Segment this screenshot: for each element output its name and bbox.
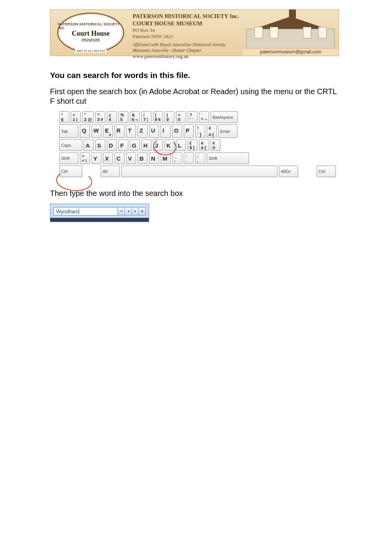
banner-affiliation-2: Museums Australia - Hunter Chapter [133,48,241,53]
key-t: T [126,124,136,138]
key-enter: Enter [218,124,238,138]
key-y: Y [91,153,101,164]
key-b: B [138,153,148,164]
key-e: E€ [103,124,113,138]
key-l: L [176,139,186,151]
acrobat-search-box: Wyndham [50,204,149,222]
key-s: S [95,139,105,151]
key-a: A [84,139,94,151]
key-num-8: (8 ¢ [153,111,163,123]
key-r4x-1: :. [184,153,194,164]
key-u: U [149,124,159,138]
key-r: R [115,124,125,138]
letterhead-banner: PATERSON HISTORICAL SOCIETY INC Court Ho… [50,9,339,56]
key-r4x-2: _- [172,153,182,164]
instruction-paragraph-1: First open the search box (in Adobe Acro… [50,87,342,106]
key-num-3: ^3 # [95,111,105,123]
key-backspace: Backspace [211,111,238,123]
banner-addr-1: PO Box 34 [133,27,241,33]
key-num-4: ç4 [107,111,117,123]
key-q: Q [80,124,90,138]
key-n: N [149,153,159,164]
key-h: H [141,139,151,151]
banner-text-block: PATERSON HISTORICAL SOCIETY Inc. COURT H… [131,10,243,56]
badge-main-text: Court House [72,30,110,37]
key-space [121,166,277,177]
key-c: C [115,153,125,164]
keyboard-diagram: °§+1 |"2 @^3 #ç4%5&6 ¬/7 ¦(8 ¢)9=0?' ´`^… [59,111,336,177]
key-num-10: =0 [176,111,186,123]
key-p: P [184,124,194,138]
key-z: Z [138,124,148,138]
banner-addr-2: Paterson NSW 2421 [133,33,241,40]
key-num-7: /7 ¦ [141,111,151,123]
badge-sub-text: museum [81,37,100,43]
key-num-2: "2 @ [82,111,94,123]
search-prev-button[interactable] [125,207,132,216]
banner-affiliation-1: Affiliated with Royal Australian Histori… [133,42,241,48]
key-r4x-0: ;, [195,153,205,164]
key-angle-bracket: > < \ [80,153,90,164]
key-caps: Caps [59,139,82,151]
instruction-paragraph-2: Then type the word into the search box [50,189,342,198]
keyboard-row-2: Tab QWE€RTZUIOP!¨ ]èü [ Enter [59,124,336,138]
key-shift-right: Shift [207,153,249,164]
key-num-6: &6 ¬ [130,111,140,123]
key-k: K [164,139,174,151]
page-title: You can search for words in this file. [50,71,342,80]
key-i: I [161,124,171,138]
key-altgr: AltGr [279,166,298,177]
search-close-button[interactable] [139,207,146,216]
key-w: W [91,124,101,138]
key-ctrl-left: Ctrl [59,166,82,177]
key-v: V [126,153,136,164]
banner-title-2: COURT HOUSE MUSEUM [133,20,241,27]
key-f: F [118,139,128,151]
key-num-1: +1 | [71,111,81,123]
key-r3x-1: àä { [199,139,209,151]
society-badge: PATERSON HISTORICAL SOCIETY INC Court Ho… [57,13,124,53]
search-next-button[interactable] [132,207,139,216]
banner-email: patersonmuseum@gmail.com [243,48,339,56]
key-g: G [130,139,140,151]
badge-abn: ABN 70 411 965 626 [75,49,106,53]
key-ctrl-right: Ctrl [317,166,336,177]
key-j: J [153,139,163,151]
key-d: D [107,139,117,151]
chevron-down-icon [120,210,123,213]
key-r2x-0: èü [ [207,124,217,138]
key-num-12: `^ ~ [199,111,209,123]
key-num-11: ?' ´ [188,111,198,123]
key-num-9: )9 [164,111,174,123]
key-r2x-1: !¨ ] [195,124,205,138]
searchbox-bottom-bar [50,218,149,222]
key-m: M [161,153,171,164]
banner-title-1: PATERSON HISTORICAL SOCIETY Inc. [133,13,241,20]
banner-url: www.patersonhistory.org.au [133,53,241,60]
key-num-0: °§ [59,111,69,123]
text-caret [79,209,79,214]
banner-badge-area: PATERSON HISTORICAL SOCIETY INC Court Ho… [50,10,131,56]
arrow-left-icon [127,210,130,213]
banner-building-image: patersonmuseum@gmail.com [243,10,339,56]
search-dropdown-button[interactable] [118,207,125,216]
key-r3x-0: éö [211,139,221,151]
search-input-value: Wyndham [56,209,78,214]
key-alt: Alt [101,166,120,177]
search-input[interactable]: Wyndham [53,207,118,216]
keyboard-row-3: Caps ASDFGHJKL£$ }àä {éö [59,139,336,151]
arrow-right-icon [134,210,137,213]
keyboard-row-5: Ctrl Alt AltGr Ctrl [59,166,336,177]
badge-arc-text: PATERSON HISTORICAL SOCIETY INC [58,22,123,30]
keyboard-row-4: Shift > < \ YXCVBNM_-:.;, Shift [59,153,336,164]
close-icon [141,210,144,213]
key-tab: Tab [59,124,78,138]
key-o: O [172,124,182,138]
keyboard-row-1: °§+1 |"2 @^3 #ç4%5&6 ¬/7 ¦(8 ¢)9=0?' ´`^… [59,111,336,123]
key-x: X [103,153,113,164]
key-num-5: %5 [118,111,128,123]
key-r3x-2: £$ } [188,139,198,151]
key-shift-left: Shift [59,153,78,164]
